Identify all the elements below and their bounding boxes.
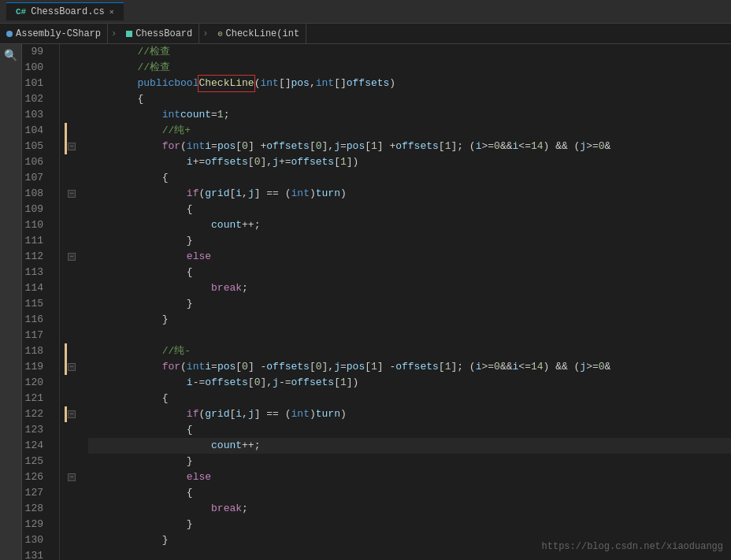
code-line: else xyxy=(88,249,731,265)
tab-close-button[interactable]: ✕ xyxy=(109,7,114,17)
breadcrumb-section2-label: ChessBoard xyxy=(135,28,192,39)
token-plain: ; xyxy=(242,501,248,517)
code-content[interactable]: //检查 //检查 public bool CheckLine(int[] po… xyxy=(83,44,731,560)
line-number: 102 xyxy=(22,91,50,107)
token-kw: int xyxy=(291,406,310,422)
token-kw2: for xyxy=(162,139,180,154)
token-num: 1 xyxy=(340,375,347,391)
token-plain: } xyxy=(187,454,193,469)
indent xyxy=(88,359,162,375)
collapse-button[interactable]: − xyxy=(68,473,76,481)
gutter-row xyxy=(60,422,83,438)
token-num: 0 xyxy=(254,375,261,391)
line-number: 106 xyxy=(22,154,50,170)
line-number: 122 xyxy=(22,406,50,422)
line-number: 111 xyxy=(22,233,50,249)
collapse-button[interactable]: − xyxy=(68,410,76,418)
token-var: i xyxy=(513,359,519,375)
token-plain: ]; ( xyxy=(451,139,475,154)
token-var: offsets xyxy=(266,139,310,154)
line-number: 112 xyxy=(22,249,50,265)
token-plain: [ xyxy=(248,375,254,391)
editor-container: 🔍 99100101102103104105106107108109110111… xyxy=(0,44,731,560)
indent xyxy=(88,186,187,202)
token-plain: ] + xyxy=(377,139,395,154)
code-line: { xyxy=(88,422,731,438)
gutter-row xyxy=(60,91,83,107)
token-var: i xyxy=(205,139,211,154)
token-var: j xyxy=(580,359,586,375)
collapse-button[interactable]: − xyxy=(68,143,76,150)
indent xyxy=(88,343,162,359)
line-number: 119 xyxy=(22,359,50,375)
token-plain: [ xyxy=(365,139,371,154)
token-comment: //纯+ xyxy=(162,123,191,139)
token-var: j xyxy=(248,186,254,202)
breadcrumb-arrow-2: › xyxy=(199,28,211,39)
code-line: if (grid[i, j] == (int)turn) xyxy=(88,186,731,202)
line-number: 107 xyxy=(22,170,50,186)
collapse-button[interactable]: − xyxy=(68,190,76,198)
token-var: pos xyxy=(217,139,236,154)
token-param: pos xyxy=(291,76,310,91)
code-line: for (int i = pos[0] + offsets[0], j = po… xyxy=(88,139,731,154)
token-plain: ) xyxy=(310,186,316,202)
gutter-row: − xyxy=(60,469,83,485)
search-icon[interactable]: 🔍 xyxy=(3,47,19,63)
indent xyxy=(88,517,187,532)
breadcrumb-class[interactable]: ChessBoard xyxy=(120,24,199,43)
token-plain: [] xyxy=(279,76,291,91)
collapse-button[interactable]: − xyxy=(68,363,76,371)
token-plain: [ xyxy=(229,406,236,422)
token-var: offsets xyxy=(205,375,248,391)
token-num: 0 xyxy=(254,154,261,170)
token-var: i xyxy=(236,186,242,202)
token-plain: ( xyxy=(199,186,205,202)
token-plain: ) xyxy=(389,76,395,91)
token-plain: = xyxy=(211,107,217,123)
token-num: 0 xyxy=(242,139,248,154)
breadcrumb-method[interactable]: ⊙ CheckLine(int xyxy=(211,24,306,43)
indent xyxy=(88,422,187,438)
breadcrumb-section1-label: Assembly-CSharp xyxy=(16,28,101,39)
token-plain: [ xyxy=(439,139,445,154)
code-line: { xyxy=(88,485,731,501)
token-plain: ++; xyxy=(242,217,260,233)
breadcrumb-assembly[interactable]: Assembly-CSharp xyxy=(0,24,108,43)
token-plain: [ xyxy=(310,139,316,154)
token-plain: ]; ( xyxy=(451,359,475,375)
token-plain: } xyxy=(162,532,169,548)
token-plain: ; xyxy=(224,107,230,123)
method-name-highlighted: CheckLine xyxy=(199,76,254,91)
token-var: offsets xyxy=(266,359,310,375)
indent xyxy=(88,280,211,296)
file-tab[interactable]: C# ChessBoard.cs ✕ xyxy=(6,2,124,20)
line-number: 121 xyxy=(22,391,50,406)
breadcrumb-method-icon: ⊙ xyxy=(217,29,222,39)
token-plain: } xyxy=(187,296,193,312)
gutter-row xyxy=(60,60,83,76)
indent xyxy=(88,375,187,391)
code-area: 9910010110210310410510610710810911011111… xyxy=(22,44,731,560)
token-var: offsets xyxy=(291,375,335,391)
token-var: count xyxy=(180,107,211,123)
token-var: i xyxy=(476,359,482,375)
indent xyxy=(88,454,187,469)
token-var: j xyxy=(273,154,279,170)
token-var: j xyxy=(273,375,279,391)
collapse-button[interactable]: − xyxy=(68,253,76,261)
breadcrumb-section3-label: CheckLine(int xyxy=(225,28,299,39)
token-num: 1 xyxy=(371,139,377,154)
token-num: 1 xyxy=(445,139,451,154)
line-number: 130 xyxy=(22,532,50,548)
indent xyxy=(88,60,137,76)
token-num: 1 xyxy=(340,154,347,170)
token-plain: ] - xyxy=(248,359,266,375)
indent xyxy=(88,406,187,422)
indent xyxy=(88,501,211,517)
token-plain: ) xyxy=(340,186,347,202)
token-plain: [ xyxy=(334,154,340,170)
token-kw: bool xyxy=(174,76,199,91)
code-line: { xyxy=(88,391,731,406)
gutter-row xyxy=(60,517,83,532)
